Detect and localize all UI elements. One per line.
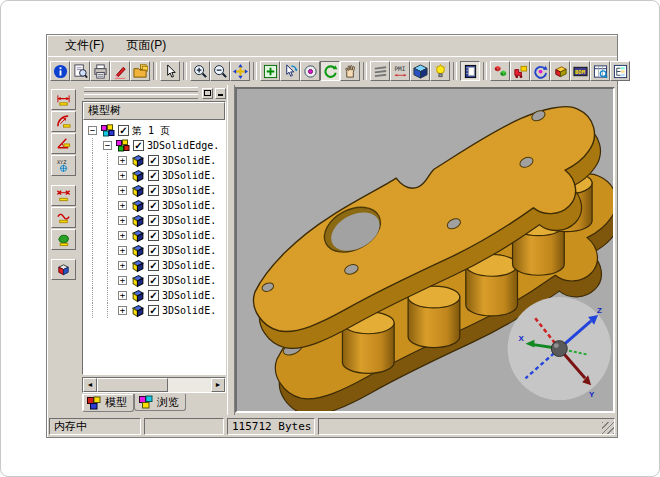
tree-hscrollbar[interactable]: ◄ ► xyxy=(82,377,226,393)
expander-expanded[interactable]: − xyxy=(103,141,112,150)
tree-item[interactable]: +✓3DSolidE. xyxy=(85,258,225,273)
viewport-3d[interactable]: Z X Y xyxy=(235,87,615,413)
checkbox[interactable]: ✓ xyxy=(148,245,159,256)
expander-collapsed[interactable]: + xyxy=(118,156,127,165)
orbit-center-button[interactable] xyxy=(300,61,320,81)
tree-item[interactable]: +✓3DSolidE. xyxy=(85,288,225,303)
measure-curve-button[interactable] xyxy=(51,207,76,228)
checkbox[interactable]: ✓ xyxy=(148,290,159,301)
expander-collapsed[interactable]: + xyxy=(118,201,127,210)
scroll-left-icon[interactable]: ◄ xyxy=(83,378,97,392)
axis-x-label: X xyxy=(519,334,525,343)
rotate-button[interactable] xyxy=(320,61,340,81)
assembly-button[interactable] xyxy=(490,61,510,81)
resize-grip[interactable] xyxy=(602,422,614,434)
measure-area-button[interactable] xyxy=(51,229,76,250)
checkbox[interactable]: ✓ xyxy=(148,275,159,286)
solids-button[interactable] xyxy=(550,61,570,81)
menu-item-2[interactable]: 页面(P) xyxy=(118,35,174,56)
checkbox[interactable]: ✓ xyxy=(148,260,159,271)
tree-item[interactable]: +✓3DSolidE. xyxy=(85,243,225,258)
hand-pan-button[interactable] xyxy=(340,61,360,81)
checkbox[interactable]: ✓ xyxy=(148,305,159,316)
expander-collapsed[interactable]: + xyxy=(118,246,127,255)
tree-item[interactable]: +✓3DSolidE. xyxy=(85,273,225,288)
tree-item[interactable]: −✓第 1 页 xyxy=(85,123,225,138)
tree-item[interactable]: +✓3DSolidE. xyxy=(85,168,225,183)
scroll-track[interactable] xyxy=(97,378,211,392)
pmi-button[interactable]: PMI xyxy=(390,61,410,81)
update-button[interactable] xyxy=(530,61,550,81)
zoom-window-button[interactable] xyxy=(260,61,280,81)
print-preview-button[interactable] xyxy=(70,61,90,81)
measure-coordinate-button[interactable]: XYZ xyxy=(51,155,76,176)
measure-horizontal-button[interactable] xyxy=(51,89,76,110)
checkbox[interactable]: ✓ xyxy=(118,125,129,136)
scroll-right-icon[interactable]: ► xyxy=(211,378,225,392)
measure-angle-button[interactable] xyxy=(51,133,76,154)
model-tree: −✓第 1 页−✓3DSolidEdge.+✓3DSolidE.+✓3DSoli… xyxy=(83,120,225,374)
checkbox[interactable]: ✓ xyxy=(148,215,159,226)
zoom-out-button[interactable] xyxy=(210,61,230,81)
tree-item-label: 3DSolidE. xyxy=(162,170,216,181)
tree-item[interactable]: +✓3DSolidE. xyxy=(85,198,225,213)
layers-button[interactable] xyxy=(370,61,390,81)
expander-collapsed[interactable]: + xyxy=(118,291,127,300)
tree-item[interactable]: +✓3DSolidE. xyxy=(85,303,225,318)
measure-horizontal-icon xyxy=(56,92,71,107)
pan-icon xyxy=(233,64,248,79)
tree-item-label: 3DSolidE. xyxy=(162,215,216,226)
measure-curve-icon xyxy=(56,210,71,225)
tree-guide xyxy=(85,273,100,288)
hide-panel-button[interactable] xyxy=(215,88,226,99)
view-cube-button[interactable] xyxy=(410,61,430,81)
print-button[interactable] xyxy=(90,61,110,81)
open-button[interactable] xyxy=(130,61,150,81)
measure-distance-button[interactable] xyxy=(51,185,76,206)
screen: 文件(F)页面(P) PMIBOM XYZ 模型树 −✓第 1 页−✓3DSol… xyxy=(0,0,660,477)
tab-label: 模型 xyxy=(105,395,127,410)
tree-item[interactable]: +✓3DSolidE. xyxy=(85,213,225,228)
tree-guide xyxy=(85,243,100,258)
expander-collapsed[interactable]: + xyxy=(118,276,127,285)
expander-collapsed[interactable]: + xyxy=(118,186,127,195)
tab-browse[interactable]: 浏览 xyxy=(134,394,186,411)
tree-browser-button[interactable] xyxy=(610,61,630,81)
checkbox[interactable]: ✓ xyxy=(148,170,159,181)
expander-collapsed[interactable]: + xyxy=(118,231,127,240)
redline-button[interactable] xyxy=(110,61,130,81)
checkbox[interactable]: ✓ xyxy=(133,140,144,151)
tree-item[interactable]: +✓3DSolidE. xyxy=(85,183,225,198)
expander-expanded[interactable]: − xyxy=(88,126,97,135)
select-button[interactable] xyxy=(160,61,180,81)
checkbox[interactable]: ✓ xyxy=(148,230,159,241)
move-part-button[interactable] xyxy=(510,61,530,81)
tree-item[interactable]: −✓3DSolidEdge. xyxy=(85,138,225,153)
checkbox[interactable]: ✓ xyxy=(148,200,159,211)
pan-button[interactable] xyxy=(230,61,250,81)
expander-collapsed[interactable]: + xyxy=(118,216,127,225)
expander-collapsed[interactable]: + xyxy=(118,261,127,270)
bom-button[interactable]: BOM xyxy=(570,61,590,81)
lights-button[interactable] xyxy=(430,61,450,81)
measure-volume-button[interactable] xyxy=(51,259,76,280)
report-button[interactable] xyxy=(590,61,610,81)
float-panel-button[interactable] xyxy=(202,88,213,99)
scroll-thumb[interactable] xyxy=(97,378,168,392)
expander-collapsed[interactable]: + xyxy=(118,306,127,315)
expander-collapsed[interactable]: + xyxy=(118,171,127,180)
zoom-in-button[interactable] xyxy=(190,61,210,81)
menu-item-1[interactable]: 文件(F) xyxy=(57,35,112,56)
tab-model[interactable]: 模型 xyxy=(82,394,134,412)
panel-splitter[interactable] xyxy=(227,85,235,415)
model-tree-button[interactable] xyxy=(460,61,480,81)
checkbox[interactable]: ✓ xyxy=(148,155,159,166)
about-button[interactable] xyxy=(50,61,70,81)
about-icon xyxy=(53,64,68,79)
tree-item[interactable]: +✓3DSolidE. xyxy=(85,228,225,243)
tree-item[interactable]: +✓3DSolidE. xyxy=(85,153,225,168)
zoom-select-button[interactable] xyxy=(280,61,300,81)
panel-drag-grip[interactable] xyxy=(82,87,200,99)
checkbox[interactable]: ✓ xyxy=(148,185,159,196)
measure-radius-button[interactable] xyxy=(51,111,76,132)
